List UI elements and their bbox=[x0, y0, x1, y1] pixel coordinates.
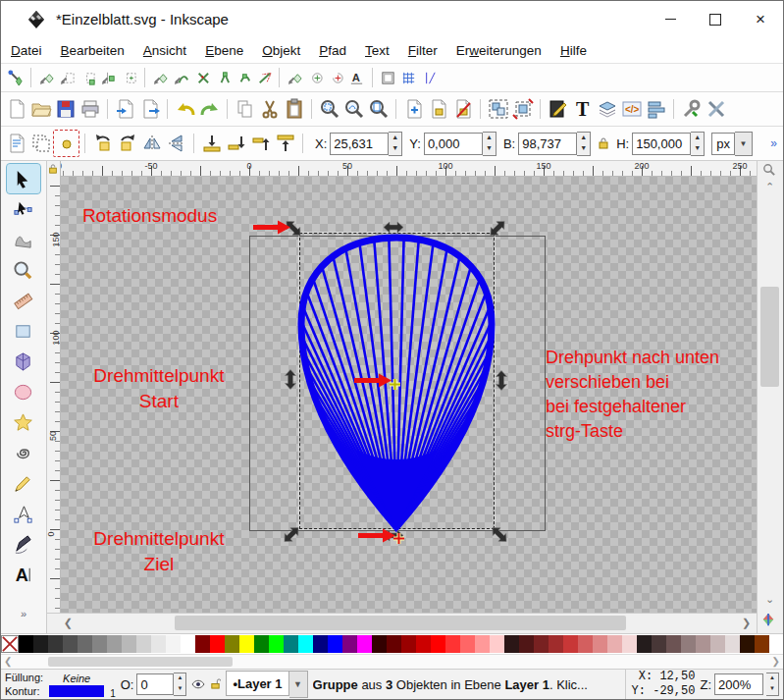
y-spinner[interactable]: ▲▼ bbox=[483, 132, 497, 156]
layer-visibility-toggle[interactable] bbox=[191, 677, 205, 692]
rect-tool[interactable] bbox=[7, 316, 40, 346]
color-swatch[interactable] bbox=[107, 635, 122, 653]
print-icon[interactable] bbox=[78, 96, 102, 122]
x-spinner[interactable]: ▲▼ bbox=[389, 132, 402, 156]
color-swatch[interactable] bbox=[416, 635, 431, 653]
vertical-scroll-thumb[interactable] bbox=[760, 287, 779, 387]
toolbar-overflow-button[interactable]: » bbox=[770, 136, 777, 150]
snap-bbox-edge-midpoints-icon[interactable] bbox=[98, 67, 119, 88]
snap-bbox-corners-icon[interactable] bbox=[78, 67, 98, 88]
color-swatch[interactable] bbox=[740, 635, 755, 653]
color-management-icon[interactable] bbox=[761, 613, 778, 628]
snap-path-intersections-icon[interactable] bbox=[191, 67, 212, 88]
menu-datei[interactable]: Datei bbox=[11, 43, 42, 58]
menu-ebene[interactable]: Ebene bbox=[205, 43, 243, 58]
undo-icon[interactable] bbox=[173, 96, 197, 122]
zoom-spinner[interactable]: ▲▼ bbox=[766, 673, 779, 696]
deselect-icon[interactable] bbox=[53, 130, 79, 157]
menu-bearbeiten[interactable]: Bearbeiten bbox=[61, 43, 125, 58]
zoom-tool[interactable] bbox=[7, 255, 40, 285]
color-swatch[interactable] bbox=[239, 635, 254, 653]
color-swatch[interactable] bbox=[475, 635, 490, 653]
opacity-spinner[interactable]: ▲▼ bbox=[174, 673, 186, 696]
rotation-handle[interactable] bbox=[488, 522, 512, 547]
color-swatch[interactable] bbox=[607, 635, 622, 653]
color-swatch[interactable] bbox=[637, 635, 652, 653]
palette-scroll-left-icon[interactable]: ❮ bbox=[4, 655, 12, 668]
color-swatch[interactable] bbox=[549, 635, 563, 653]
color-swatch[interactable] bbox=[755, 635, 769, 653]
ruler-lock-button[interactable] bbox=[47, 161, 61, 177]
raise-to-top-icon[interactable] bbox=[273, 131, 297, 156]
preferences-icon[interactable] bbox=[679, 96, 704, 122]
color-swatch[interactable] bbox=[254, 635, 269, 653]
height-input[interactable]: 150,000 bbox=[632, 133, 691, 155]
scroll-left-icon[interactable]: ❮ bbox=[60, 614, 77, 632]
cut-icon[interactable] bbox=[257, 96, 282, 122]
group-icon[interactable] bbox=[486, 96, 510, 122]
snap-smooth-nodes-icon[interactable] bbox=[233, 67, 253, 88]
color-swatch[interactable] bbox=[342, 635, 357, 653]
color-swatch[interactable] bbox=[563, 635, 578, 653]
snap-guides-icon[interactable] bbox=[419, 67, 440, 88]
color-swatch[interactable] bbox=[195, 635, 210, 653]
menu-objekt[interactable]: Objekt bbox=[262, 43, 300, 58]
layer-select[interactable]: •Layer 1 ▼ bbox=[226, 671, 307, 698]
rotation-handle[interactable] bbox=[284, 369, 296, 391]
rotation-center-target-marker[interactable] bbox=[392, 532, 405, 545]
pencil-tool[interactable] bbox=[7, 468, 40, 498]
snap-bbox-edges-icon[interactable] bbox=[57, 67, 78, 88]
menu-pfad[interactable]: Pfad bbox=[319, 43, 346, 58]
rotate-cw-icon[interactable] bbox=[115, 131, 139, 156]
width-spinner[interactable]: ▲▼ bbox=[577, 132, 591, 156]
rotation-center-marker[interactable] bbox=[389, 378, 401, 391]
unlink-clone-icon[interactable] bbox=[450, 96, 475, 122]
color-swatch[interactable] bbox=[401, 635, 416, 653]
color-swatch[interactable] bbox=[298, 635, 313, 653]
color-swatch[interactable] bbox=[269, 635, 284, 653]
save-icon[interactable] bbox=[53, 96, 78, 122]
palette-scroll-right-icon[interactable]: ❯ bbox=[772, 655, 780, 668]
input-devices-icon[interactable] bbox=[704, 96, 728, 122]
vertical-ruler[interactable]: 150100500 bbox=[47, 177, 61, 613]
color-swatch[interactable] bbox=[431, 635, 445, 653]
lower-to-bottom-icon[interactable] bbox=[199, 131, 224, 156]
flip-horizontal-icon[interactable] bbox=[139, 131, 164, 156]
snap-paths-icon[interactable] bbox=[171, 67, 191, 88]
color-swatch[interactable] bbox=[460, 635, 475, 653]
text-tool[interactable]: A bbox=[7, 560, 40, 589]
menu-text[interactable]: Text bbox=[365, 43, 390, 58]
duplicate-icon[interactable] bbox=[401, 96, 426, 122]
color-swatch[interactable] bbox=[33, 635, 48, 653]
color-swatch[interactable] bbox=[78, 635, 92, 653]
raise-icon[interactable] bbox=[248, 131, 273, 156]
snap-grid-icon[interactable] bbox=[398, 67, 419, 88]
select-all-icon[interactable] bbox=[4, 131, 28, 156]
select-all-layers-icon[interactable] bbox=[28, 131, 53, 156]
scroll-right-icon[interactable]: ❯ bbox=[738, 614, 755, 632]
y-input[interactable]: 0,000 bbox=[424, 133, 483, 155]
import-icon[interactable] bbox=[113, 96, 137, 122]
palette-scroll-thumb[interactable] bbox=[48, 657, 233, 667]
zoom-page-icon[interactable] bbox=[366, 96, 391, 122]
close-button[interactable]: × bbox=[738, 1, 783, 37]
color-swatch[interactable] bbox=[313, 635, 328, 653]
color-swatch[interactable] bbox=[445, 635, 460, 653]
color-swatch[interactable] bbox=[357, 635, 372, 653]
color-swatch[interactable] bbox=[122, 635, 136, 653]
color-swatch[interactable] bbox=[372, 635, 387, 653]
color-swatch[interactable] bbox=[136, 635, 151, 653]
lower-icon[interactable] bbox=[224, 131, 248, 156]
color-swatch[interactable] bbox=[166, 635, 181, 653]
text-dialog-icon[interactable]: T bbox=[570, 96, 595, 122]
layer-lock-toggle[interactable] bbox=[210, 677, 221, 692]
color-swatch[interactable] bbox=[181, 635, 195, 653]
scroll-up-icon[interactable]: ⌃ bbox=[758, 179, 782, 195]
snap-bbox-centers-icon[interactable] bbox=[119, 67, 139, 88]
export-icon[interactable] bbox=[137, 96, 162, 122]
maximize-button[interactable] bbox=[693, 1, 738, 37]
snap-others-icon[interactable] bbox=[285, 67, 305, 88]
scroll-down-icon[interactable]: ⌄ bbox=[758, 591, 782, 608]
width-input[interactable]: 98,737 bbox=[518, 133, 577, 155]
rotate-ccw-icon[interactable] bbox=[90, 131, 115, 156]
